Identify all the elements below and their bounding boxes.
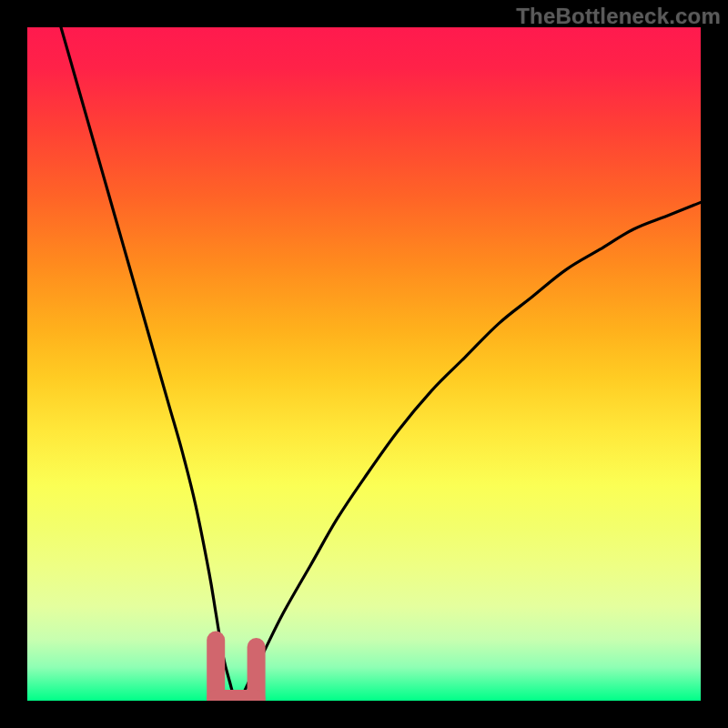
chart-frame: { "watermark": "TheBottleneck.com", "col…	[0, 0, 728, 728]
bottleneck-chart	[27, 27, 701, 701]
watermark-text: TheBottleneck.com	[516, 4, 721, 29]
chart-background	[27, 27, 701, 701]
